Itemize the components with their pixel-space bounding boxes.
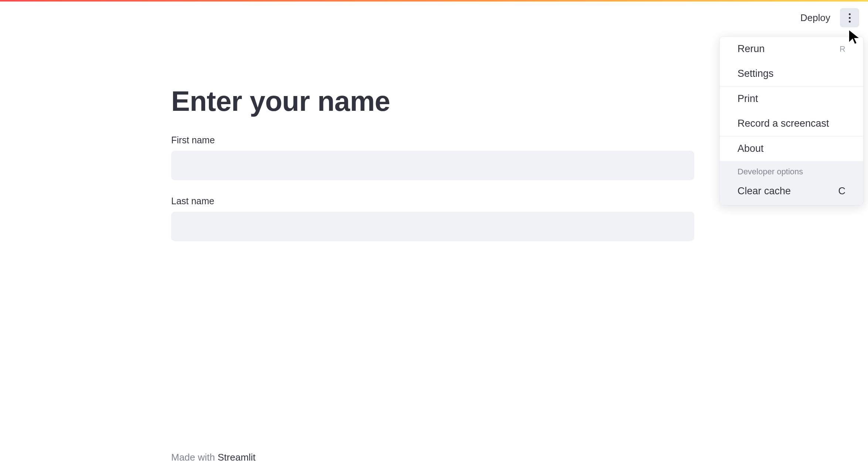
first-name-field-group: First name (171, 135, 694, 180)
menu-item-label: About (738, 143, 764, 154)
menu-item-label: Settings (738, 68, 774, 79)
menu-item-label: Rerun (738, 43, 765, 55)
first-name-input[interactable] (171, 151, 694, 180)
last-name-label: Last name (171, 196, 694, 206)
dev-header: Developer options (720, 161, 863, 180)
menu-item-about[interactable]: About (720, 136, 863, 161)
main-content: Enter your name First name Last name (171, 85, 694, 257)
menu-item-label: Record a screencast (738, 118, 829, 129)
dropdown-menu: Rerun R Settings Print Record a screenca… (719, 36, 864, 205)
menu-item-shortcut: R (840, 44, 845, 54)
menu-item-rerun[interactable]: Rerun R (720, 37, 863, 61)
menu-item-shortcut: C (838, 185, 846, 197)
footer-brand[interactable]: Streamlit (218, 452, 256, 463)
header: Deploy (0, 1, 868, 34)
menu-button[interactable] (840, 8, 859, 27)
page-title: Enter your name (171, 85, 694, 117)
deploy-button[interactable]: Deploy (794, 9, 837, 27)
menu-item-label: Print (738, 93, 758, 105)
menu-item-clear-cache[interactable]: Clear cache C (720, 180, 863, 205)
first-name-label: First name (171, 135, 694, 146)
last-name-field-group: Last name (171, 196, 694, 241)
footer: Made with Streamlit (171, 452, 255, 463)
dev-section: Developer options Clear cache C (720, 161, 863, 205)
footer-prefix: Made with (171, 452, 218, 463)
menu-item-label: Clear cache (738, 185, 791, 197)
more-vertical-icon (849, 13, 851, 15)
menu-item-print[interactable]: Print (720, 86, 863, 111)
last-name-input[interactable] (171, 212, 694, 241)
menu-item-record[interactable]: Record a screencast (720, 111, 863, 136)
menu-item-settings[interactable]: Settings (720, 61, 863, 86)
